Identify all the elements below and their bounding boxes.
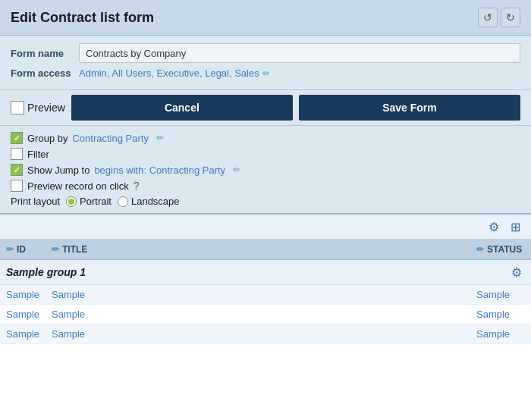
landscape-radio-wrap[interactable]: Landscape: [118, 196, 180, 207]
header-actions: ↺ ↻: [478, 8, 520, 27]
col-status-edit-icon[interactable]: ✏: [476, 244, 484, 255]
col-header-id: ✏ ID: [0, 243, 46, 256]
grid-icon[interactable]: ⊞: [507, 218, 523, 235]
filter-row: Filter: [11, 148, 520, 160]
show-jump-value: begins with: Contracting Party: [94, 165, 225, 176]
undo-button[interactable]: ↺: [478, 8, 498, 27]
landscape-radio[interactable]: [118, 196, 128, 207]
print-layout-row: Print layout Portrait Landscape: [11, 196, 520, 207]
col-id-edit-icon[interactable]: ✏: [6, 244, 14, 255]
sample-status-0: Sample: [470, 287, 531, 302]
group-settings-icon[interactable]: ⚙: [508, 264, 525, 281]
table-row: Sample Sample Sample: [0, 305, 531, 324]
show-jump-check-mark: ✓: [11, 165, 22, 175]
sample-title-2: Sample: [46, 327, 470, 341]
form-access-value: Admin, All Users, Executive, Legal, Sale…: [79, 67, 259, 79]
print-layout-label: Print layout: [11, 196, 60, 207]
settings-icon[interactable]: ⚙: [485, 218, 502, 235]
form-access-label: Form access: [11, 67, 79, 79]
action-bar: Preview Cancel Save Form: [0, 90, 531, 126]
col-title-edit-icon[interactable]: ✏: [52, 244, 59, 255]
group-by-check-mark: ✓: [11, 133, 22, 143]
filter-label: Filter: [27, 149, 49, 160]
form-area: Form name Form access Admin, All Users, …: [0, 36, 531, 90]
table-toolbar: ⚙ ⊞: [0, 215, 531, 240]
redo-button[interactable]: ↻: [501, 8, 520, 27]
group-by-edit-icon[interactable]: ✏: [156, 133, 164, 143]
portrait-radio-wrap[interactable]: Portrait: [66, 196, 112, 207]
show-jump-checkbox[interactable]: ✓: [11, 164, 23, 176]
help-icon: ?: [134, 180, 140, 192]
table-area: ⚙ ⊞ ✏ ID ✏ TITLE ✏ STATUS Sample group 1…: [0, 215, 531, 344]
cancel-button[interactable]: Cancel: [71, 95, 293, 121]
col-header-title: ✏ TITLE: [46, 243, 470, 256]
sample-status-2: Sample: [470, 327, 531, 341]
preview-record-label: Preview record on click: [27, 180, 129, 192]
form-access-row: Form access Admin, All Users, Executive,…: [11, 67, 520, 79]
form-access-edit-icon[interactable]: ✏: [262, 68, 270, 79]
col-status-label: STATUS: [487, 244, 522, 255]
preview-record-row: Preview record on click ?: [11, 180, 520, 192]
sample-title-1: Sample: [46, 307, 470, 321]
page-title: Edit Contract list form: [11, 10, 154, 26]
sample-id-2: Sample: [0, 327, 46, 341]
col-title-label: TITLE: [62, 244, 87, 255]
table-row: Sample Sample Sample: [0, 324, 531, 344]
table-row: Sample Sample Sample: [0, 285, 531, 305]
group-by-label: Group by: [27, 133, 68, 144]
portrait-radio[interactable]: [66, 196, 77, 207]
sample-id-0: Sample: [0, 287, 46, 302]
preview-record-checkbox[interactable]: [11, 180, 23, 192]
header: Edit Contract list form ↺ ↻: [0, 0, 531, 36]
form-name-row: Form name: [11, 43, 520, 63]
save-button[interactable]: Save Form: [299, 95, 520, 121]
portrait-label: Portrait: [80, 196, 112, 207]
show-jump-label: Show Jump to: [27, 165, 90, 176]
sample-status-1: Sample: [470, 307, 531, 321]
group-by-checkbox[interactable]: ✓: [11, 132, 23, 144]
sample-group-header: Sample group 1 ⚙: [0, 260, 531, 285]
options-area: ✓ Group by Contracting Party ✏ Filter ✓ …: [0, 126, 531, 215]
form-name-input[interactable]: [79, 43, 520, 63]
form-name-label: Form name: [11, 48, 79, 59]
col-header-status: ✏ STATUS: [470, 243, 531, 256]
preview-checkbox[interactable]: [11, 101, 24, 114]
filter-checkbox[interactable]: [11, 148, 23, 160]
portrait-radio-inner: [68, 199, 74, 205]
sample-id-1: Sample: [0, 307, 46, 321]
sample-title-0: Sample: [46, 287, 470, 302]
preview-check-wrap: Preview: [11, 101, 65, 114]
preview-label: Preview: [27, 102, 65, 114]
column-headers: ✏ ID ✏ TITLE ✏ STATUS: [0, 240, 531, 260]
sample-group-title: Sample group 1: [6, 266, 86, 278]
landscape-label: Landscape: [131, 196, 180, 207]
show-jump-edit-icon[interactable]: ✏: [233, 165, 240, 175]
col-id-label: ID: [17, 244, 26, 255]
show-jump-row: ✓ Show Jump to begins with: Contracting …: [11, 164, 520, 176]
group-by-value: Contracting Party: [72, 133, 148, 144]
group-by-row: ✓ Group by Contracting Party ✏: [11, 132, 520, 144]
